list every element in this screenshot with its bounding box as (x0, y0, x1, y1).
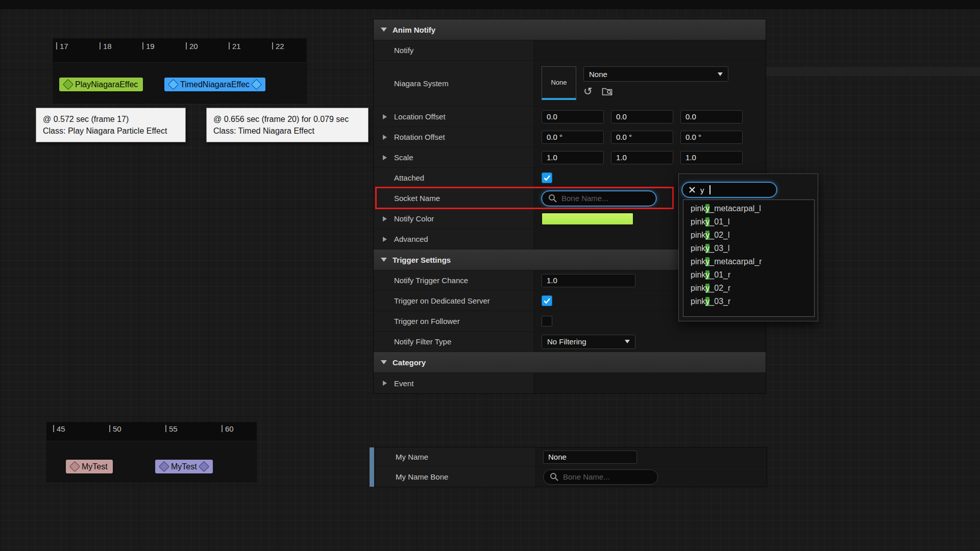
field-value: 1.0 (616, 153, 627, 162)
frame-ruler-bottom[interactable]: 45 50 55 60 (47, 422, 256, 441)
notify-filter-type-combobox[interactable]: No Filtering (542, 335, 635, 349)
row-label: My Name (375, 447, 536, 466)
frame-number: 20 (189, 42, 198, 50)
field-value: 0.0 ° (547, 133, 562, 141)
row-label: Socket Name (374, 188, 534, 208)
location-x-field[interactable]: 0.0 (542, 110, 604, 123)
scale-y-field[interactable]: 1.0 (611, 151, 673, 164)
notify-tag-timed-niagara[interactable]: TimedNiagaraEffec (164, 78, 265, 91)
field-value: 0.0 (685, 112, 696, 121)
rotation-x-field[interactable]: 0.0 ° (542, 131, 604, 144)
right-edge-band (766, 67, 980, 76)
row-value: 1.0 1.0 1.0 (534, 147, 766, 167)
field-value: 1.0 (685, 153, 696, 162)
frame-ruler-top[interactable]: 17 18 19 20 21 22 (53, 39, 306, 63)
frame-number: 17 (60, 42, 68, 50)
row-label: Notify Color (374, 209, 534, 229)
follower-checkbox[interactable] (542, 316, 552, 327)
label-text: Notify Trigger Chance (394, 276, 468, 285)
notify-tag-mytest-1[interactable]: MyTest (66, 460, 113, 473)
location-y-field[interactable]: 0.0 (611, 110, 673, 123)
field-value: 0.0 (547, 112, 557, 121)
bone-option[interactable]: pinky_01_r (683, 268, 814, 282)
my-name-bone-search-input[interactable]: Bone Name... (543, 469, 658, 485)
bone-option[interactable]: pinky_03_l (683, 242, 814, 255)
notify-tag-mytest-2[interactable]: MyTest (155, 460, 213, 473)
row-label: Trigger on Follower (374, 311, 534, 331)
notify-diamond-icon[interactable] (69, 461, 80, 472)
row-my-name: My Name None (375, 447, 767, 467)
row-label: Rotation Offset (374, 127, 534, 147)
option-text: pink (691, 217, 705, 227)
location-z-field[interactable]: 0.0 (680, 110, 743, 123)
tick-mark (142, 42, 143, 49)
dedicated-server-checkbox[interactable] (542, 295, 552, 306)
label-text: Trigger on Dedicated Server (394, 296, 490, 305)
bone-option[interactable]: pinky_03_r (683, 295, 814, 308)
label-text: Niagara System (394, 79, 449, 88)
expand-arrow-icon[interactable] (383, 381, 387, 386)
bone-option[interactable]: pinky_metacarpal_l (683, 202, 814, 215)
option-text: pink (691, 257, 705, 266)
option-text: pink (691, 270, 705, 280)
scale-z-field[interactable]: 1.0 (680, 151, 743, 164)
rotation-z-field[interactable]: 0.0 ° (680, 131, 743, 144)
row-value (534, 40, 766, 60)
scale-x-field[interactable]: 1.0 (542, 151, 604, 164)
tick-mark (272, 42, 273, 49)
bone-option[interactable]: pinky_01_l (683, 215, 814, 229)
label-text: Notify Filter Type (394, 337, 451, 346)
notify-diamond-icon[interactable] (63, 79, 74, 90)
row-niagara-system: Niagara System None None ↺ (374, 61, 766, 107)
bone-option[interactable]: pinky_metacarpal_r (683, 255, 814, 268)
row-label: Notify Trigger Chance (374, 270, 534, 290)
asset-thumbnail[interactable]: None (542, 66, 576, 100)
expand-arrow-icon[interactable] (383, 135, 387, 140)
my-name-field[interactable]: None (543, 450, 637, 464)
bone-option[interactable]: pinky_02_r (683, 282, 814, 295)
frame-tick: 17 (56, 42, 68, 50)
row-value: Bone Name... (536, 467, 767, 487)
option-text: _metacarpal_r (709, 257, 762, 266)
niagara-system-combobox[interactable]: None (583, 66, 728, 82)
label-text: Event (394, 379, 413, 388)
row-rotation-offset: Rotation Offset 0.0 ° 0.0 ° 0.0 ° (374, 127, 766, 147)
row-label: Notify Filter Type (374, 332, 534, 352)
section-title: Anim Notify (393, 26, 435, 34)
browse-to-asset-icon[interactable] (602, 86, 612, 96)
bone-option[interactable]: pinky_02_l (683, 229, 814, 242)
frame-number: 55 (169, 425, 178, 433)
notify-tag-play-niagara[interactable]: PlayNiagaraEffec (59, 78, 143, 91)
chevron-down-icon (381, 28, 387, 32)
row-value: None None ↺ (534, 61, 766, 106)
notify-color-swatch[interactable] (542, 213, 633, 225)
clear-search-icon[interactable] (689, 186, 696, 193)
expand-arrow-icon[interactable] (383, 114, 387, 119)
expand-arrow-icon[interactable] (383, 237, 387, 242)
notify-tag-label: PlayNiagaraEffec (75, 80, 138, 89)
notify-tooltip-play: @ 0.572 sec (frame 17) Class: Play Niaga… (36, 108, 186, 142)
expand-arrow-icon[interactable] (383, 216, 387, 221)
tick-mark (100, 42, 101, 49)
bone-search-input[interactable]: y (682, 182, 777, 197)
rotation-y-field[interactable]: 0.0 ° (611, 131, 673, 144)
bone-option-list: pinky_metacarpal_l pinky_01_l pinky_02_l… (683, 199, 815, 317)
tick-mark (109, 425, 110, 432)
section-header-anim-notify[interactable]: Anim Notify (374, 19, 766, 40)
trigger-chance-field[interactable]: 1.0 (542, 274, 635, 287)
field-value: 1.0 (547, 153, 557, 162)
notify-diamond-icon[interactable] (159, 461, 169, 472)
socket-name-search-input[interactable]: Bone Name... (542, 191, 656, 206)
label-text: Socket Name (394, 194, 440, 203)
frame-number: 60 (225, 425, 234, 433)
frame-number: 45 (57, 425, 65, 433)
row-location-offset: Location Offset 0.0 0.0 0.0 (374, 107, 766, 127)
section-header-category[interactable]: Category (374, 352, 766, 373)
expand-arrow-icon[interactable] (383, 155, 387, 160)
row-label: Attached (374, 168, 534, 188)
notify-diamond-icon[interactable] (199, 461, 209, 472)
attached-checkbox[interactable] (542, 172, 552, 183)
use-selected-asset-icon[interactable]: ↺ (583, 86, 593, 96)
notify-diamond-icon[interactable] (168, 79, 179, 90)
notify-diamond-icon[interactable] (251, 79, 262, 90)
